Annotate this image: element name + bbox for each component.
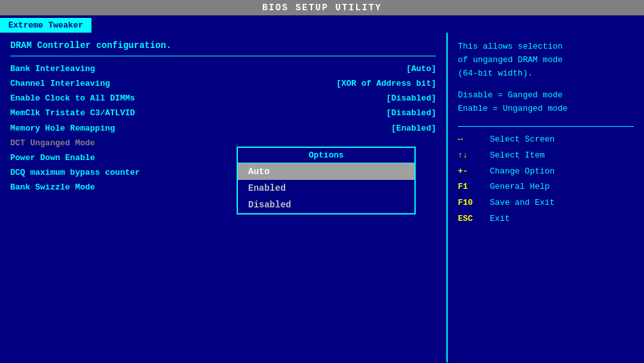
label-power-down: Power Down Enable xyxy=(10,152,95,165)
config-row-memory-hole[interactable]: Memory Hole Remapping [Enabled] xyxy=(10,122,436,135)
config-row-enable-clock[interactable]: Enable Clock to All DIMMs [Disabled] xyxy=(10,92,436,105)
label-dct-unganged: DCT Unganged Mode xyxy=(10,137,95,150)
label-channel-interleaving: Channel Interleaving xyxy=(10,77,110,90)
key-plus-minus: +- xyxy=(458,165,490,179)
key-arrows-ud: ↑↓ xyxy=(458,149,490,163)
key-help-change-option: +- Change Option xyxy=(458,165,634,179)
desc-general-help: General Help xyxy=(490,181,550,194)
tab-bar: Extreme Tweaker xyxy=(0,15,644,33)
value-memory-hole: [Enabled] xyxy=(391,122,436,135)
label-dcq: DCQ maximum bypass counter xyxy=(10,166,140,179)
key-f1: F1 xyxy=(458,181,490,194)
desc-change-option: Change Option xyxy=(490,165,554,179)
info-line-5: Disable = Ganged mode xyxy=(458,89,634,102)
option-auto[interactable]: Auto xyxy=(238,163,414,180)
section-title: DRAM Controller configuration. xyxy=(10,40,436,51)
desc-select-screen: Select Screen xyxy=(490,133,554,147)
desc-save-exit: Save and Exit xyxy=(490,197,554,210)
info-text-block: This allows selection of unganged DRAM m… xyxy=(458,40,634,116)
bios-title: BIOS SETUP UTILITY xyxy=(0,0,644,15)
key-f10: F10 xyxy=(458,197,490,210)
main-container: DRAM Controller configuration. Bank Inte… xyxy=(0,33,644,362)
key-help-select-screen: ↔ Select Screen xyxy=(458,133,634,147)
info-line-4 xyxy=(458,80,634,89)
option-disabled[interactable]: Disabled xyxy=(238,197,414,213)
label-enable-clock: Enable Clock to All DIMMs xyxy=(10,92,135,105)
key-help-select-item: ↑↓ Select Item xyxy=(458,149,634,163)
info-line-3: (64-bit width). xyxy=(458,67,634,81)
key-help-divider xyxy=(458,126,634,127)
info-line-6: Enable = Unganged mode xyxy=(458,102,634,116)
option-enabled[interactable]: Enabled xyxy=(238,180,414,197)
label-bank-swizzle: Bank Swizzle Mode xyxy=(10,181,95,194)
key-arrows-lr: ↔ xyxy=(458,133,490,147)
info-line-2: of unganged DRAM mode xyxy=(458,54,634,67)
tab-extreme-tweaker[interactable]: Extreme Tweaker xyxy=(0,18,91,33)
desc-exit: Exit xyxy=(490,213,510,226)
key-esc: ESC xyxy=(458,213,490,226)
key-help-esc: ESC Exit xyxy=(458,213,634,226)
desc-select-item: Select Item xyxy=(490,149,545,163)
label-memory-hole: Memory Hole Remapping xyxy=(10,122,115,135)
value-memclk: [Disabled] xyxy=(386,107,436,120)
key-help-f1: F1 General Help xyxy=(458,181,634,194)
left-panel: DRAM Controller configuration. Bank Inte… xyxy=(0,33,448,362)
config-row-memclk[interactable]: MemClk Tristate C3/ATLVID [Disabled] xyxy=(10,107,436,120)
config-row-bank-interleaving[interactable]: Bank Interleaving [Auto] xyxy=(10,63,436,76)
config-row-channel-interleaving[interactable]: Channel Interleaving [XOR of Address bit… xyxy=(10,77,436,90)
key-help-f10: F10 Save and Exit xyxy=(458,197,634,210)
right-panel: This allows selection of unganged DRAM m… xyxy=(448,33,644,362)
value-channel-interleaving: [XOR of Address bit] xyxy=(336,77,436,90)
key-help-section: ↔ Select Screen ↑↓ Select Item +- Change… xyxy=(458,133,634,226)
label-bank-interleaving: Bank Interleaving xyxy=(10,63,95,76)
label-memclk: MemClk Tristate C3/ATLVID xyxy=(10,107,135,120)
value-bank-interleaving: [Auto] xyxy=(406,63,436,76)
options-popup: Options Auto Enabled Disabled xyxy=(237,147,416,214)
section-divider xyxy=(10,56,436,56)
value-enable-clock: [Disabled] xyxy=(386,92,436,105)
options-title: Options xyxy=(238,148,414,163)
info-line-1: This allows selection xyxy=(458,40,634,54)
